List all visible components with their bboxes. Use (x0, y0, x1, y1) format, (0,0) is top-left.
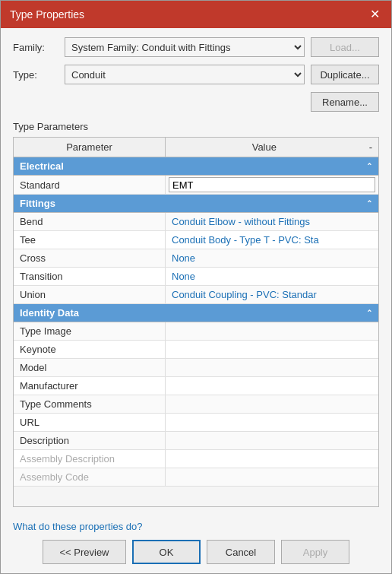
param-bend: Bend (14, 213, 166, 230)
type-properties-dialog: Type Properties ✕ Family: System Family:… (0, 0, 392, 574)
parameters-table: Parameter Value - Electrical ⌃ Standard (13, 137, 379, 507)
table-row: Keynote (14, 341, 378, 359)
col-parameter: Parameter (14, 138, 166, 157)
preview-button[interactable]: << Preview (43, 540, 126, 564)
rename-row: Rename... (13, 92, 379, 112)
input-standard[interactable] (169, 177, 375, 192)
value-type-image[interactable] (166, 322, 378, 340)
table-row: Cross None (14, 249, 378, 268)
value-transition[interactable]: None (166, 268, 378, 285)
table-row: Assembly Code (14, 468, 378, 487)
param-assembly-code: Assembly Code (14, 468, 166, 486)
help-link[interactable]: What do these properties do? (13, 521, 143, 532)
table-row: Description (14, 432, 378, 450)
dialog-body: Family: System Family: Conduit with Fitt… (1, 28, 391, 513)
table-row: URL (14, 414, 378, 432)
table-row: Assembly Description (14, 450, 378, 468)
param-type-comments: Type Comments (14, 395, 166, 413)
table-row: Tee Conduit Body - Type T - PVC: Sta (14, 231, 378, 249)
value-tee[interactable]: Conduit Body - Type T - PVC: Sta (166, 231, 378, 249)
param-keynote: Keynote (14, 341, 166, 358)
value-assembly-description (166, 450, 378, 468)
cancel-button[interactable]: Cancel (207, 540, 275, 564)
table-row: Union Conduit Coupling - PVC: Standar (14, 286, 378, 304)
value-keynote[interactable] (166, 341, 378, 358)
param-tee: Tee (14, 231, 166, 249)
param-transition: Transition (14, 268, 166, 285)
table-row: Type Comments (14, 395, 378, 414)
family-select[interactable]: System Family: Conduit with Fittings (65, 37, 305, 57)
group-electrical-chevron: ⌃ (366, 162, 372, 170)
group-fittings-label: Fittings (20, 198, 55, 209)
value-assembly-code (166, 468, 378, 486)
footer-buttons: << Preview OK Cancel Apply (13, 540, 379, 564)
param-assembly-description: Assembly Description (14, 450, 166, 468)
group-identity-data[interactable]: Identity Data ⌃ (14, 304, 378, 322)
table-header: Parameter Value - (14, 138, 378, 157)
section-label: Type Parameters (13, 121, 379, 132)
load-button[interactable]: Load... (311, 37, 379, 57)
group-fittings-chevron: ⌃ (366, 199, 372, 208)
value-bend[interactable]: Conduit Elbow - without Fittings (166, 213, 378, 230)
duplicate-button[interactable]: Duplicate... (311, 65, 379, 84)
table-row: Type Image (14, 322, 378, 341)
param-cross: Cross (14, 249, 166, 267)
ok-button[interactable]: OK (132, 540, 201, 564)
type-label: Type: (13, 69, 58, 81)
family-label: Family: (13, 42, 58, 53)
value-cross[interactable]: None (166, 249, 378, 267)
col-value: Value (166, 138, 363, 157)
value-type-comments[interactable] (166, 395, 378, 413)
table-body[interactable]: Electrical ⌃ Standard Fittings ⌃ Bend Co… (14, 157, 378, 506)
family-row: Family: System Family: Conduit with Fitt… (13, 37, 379, 57)
value-manufacturer[interactable] (166, 377, 378, 395)
group-fittings[interactable]: Fittings ⌃ (14, 195, 378, 213)
rename-button[interactable]: Rename... (311, 92, 379, 112)
param-manufacturer: Manufacturer (14, 377, 166, 395)
dialog-title: Type Properties (10, 8, 84, 21)
title-bar: Type Properties ✕ (1, 1, 391, 28)
col-scrollbar-spacer: - (363, 138, 378, 157)
table-row: Manufacturer (14, 377, 378, 395)
param-description: Description (14, 432, 166, 449)
table-row: Standard (14, 176, 378, 195)
type-select[interactable]: Conduit (65, 65, 305, 84)
group-identity-chevron: ⌃ (366, 309, 372, 317)
value-description[interactable] (166, 432, 378, 449)
table-row: Model (14, 359, 378, 377)
value-standard[interactable] (166, 176, 378, 194)
value-url[interactable] (166, 414, 378, 431)
type-row: Type: Conduit Duplicate... (13, 65, 379, 84)
apply-button[interactable]: Apply (281, 540, 349, 564)
table-row: Transition None (14, 268, 378, 286)
param-url: URL (14, 414, 166, 431)
close-button[interactable]: ✕ (367, 7, 382, 22)
value-union[interactable]: Conduit Coupling - PVC: Standar (166, 286, 378, 303)
dialog-footer: What do these properties do? << Preview … (1, 513, 391, 573)
param-standard: Standard (14, 176, 166, 194)
value-model[interactable] (166, 359, 378, 376)
param-model: Model (14, 359, 166, 376)
table-row: Bend Conduit Elbow - without Fittings (14, 213, 378, 231)
param-union: Union (14, 286, 166, 303)
group-electrical[interactable]: Electrical ⌃ (14, 157, 378, 176)
param-type-image: Type Image (14, 322, 166, 340)
group-electrical-label: Electrical (20, 160, 64, 172)
group-identity-label: Identity Data (20, 307, 79, 319)
